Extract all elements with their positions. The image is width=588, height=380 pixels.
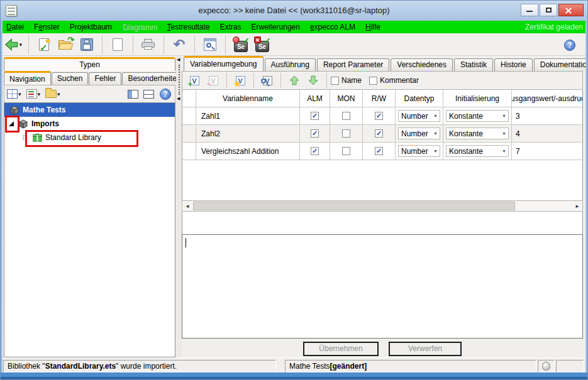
- new-document-icon[interactable]: [109, 36, 126, 53]
- rw-checkbox[interactable]: ✓: [375, 112, 383, 120]
- expanded-expander-icon[interactable]: [6, 121, 17, 127]
- remove-variable-icon[interactable]: V−: [206, 73, 221, 87]
- tree-item-imports[interactable]: Imports: [4, 117, 175, 131]
- column-header-datentyp[interactable]: Datentyp: [396, 90, 443, 107]
- open-folder-icon[interactable]: ↷: [57, 36, 74, 53]
- tab-dokumentation[interactable]: Dokumentation: [534, 58, 588, 71]
- verify-document-icon[interactable]: ✓★: [35, 36, 53, 53]
- column-header-alm[interactable]: ALM: [300, 90, 330, 107]
- verwerfen-button[interactable]: Verwerfen: [389, 342, 462, 356]
- tab-verschiedenes[interactable]: Verschiedenes: [391, 58, 453, 71]
- initialisierung-dropdown[interactable]: Konstante▼: [446, 110, 509, 122]
- maximize-button[interactable]: [540, 4, 557, 16]
- tree-item-mathe-tests[interactable]: Mathe Tests: [4, 103, 175, 117]
- wert-cell[interactable]: 7: [512, 143, 582, 160]
- find-variable-icon[interactable]: V: [260, 73, 275, 87]
- selenium-record-icon[interactable]: Se✓: [232, 36, 250, 53]
- collapsed-expander-icon[interactable]: [19, 134, 31, 141]
- new-list-item-icon[interactable]: ▾: [26, 89, 41, 99]
- filter-kommentar[interactable]: Kommentar: [369, 76, 419, 85]
- undo-icon[interactable]: ↶: [170, 36, 188, 53]
- column-header-variablenname[interactable]: Variablenname: [196, 90, 300, 107]
- table-row-zahl2[interactable]: Zahl2✓✓Number▼Konstante▼4: [182, 125, 582, 143]
- layout-single-icon[interactable]: [128, 90, 138, 99]
- menu-item-testresultate[interactable]: Testresultate: [162, 21, 214, 33]
- tab-variablenumgebung[interactable]: Variablenumgebung: [184, 56, 263, 71]
- alm-checkbox[interactable]: ✓: [311, 147, 319, 155]
- menu-item-fenster[interactable]: Fenster: [29, 21, 65, 33]
- column-header-initialisierung[interactable]: Initialisierung: [443, 90, 512, 107]
- rw-checkbox[interactable]: ✓: [375, 129, 383, 138]
- column-header-ausgangswert-ausdruck[interactable]: Ausgangswert/-ausdruck: [512, 90, 582, 107]
- minimize-button[interactable]: [521, 4, 538, 16]
- wert-cell[interactable]: 3: [512, 107, 582, 124]
- tab-ausf-hrung[interactable]: Ausführung: [265, 58, 316, 71]
- menu-item-extras[interactable]: Extras: [215, 21, 247, 33]
- tab-navigation[interactable]: Navigation: [4, 71, 51, 85]
- help-icon[interactable]: ?: [160, 89, 171, 100]
- tab-typen[interactable]: Typen: [4, 57, 175, 71]
- datentyp-dropdown[interactable]: Number▼: [398, 145, 440, 157]
- tree-toolbar: ▾ ▾ ▾ ?: [4, 85, 175, 102]
- initialisierung-dropdown[interactable]: Konstante▼: [446, 128, 509, 139]
- menu-item-expecco-alm[interactable]: expecco ALM: [305, 21, 360, 33]
- column-header-mon[interactable]: MON: [330, 90, 363, 107]
- tab-suchen[interactable]: Suchen: [52, 72, 89, 85]
- new-folder-icon[interactable]: ▾: [45, 90, 60, 98]
- checkbox-icon[interactable]: [369, 77, 377, 85]
- back-icon[interactable]: ▾: [4, 36, 22, 53]
- variable-name-cell[interactable]: Vergleichszahl Addition: [196, 143, 300, 160]
- variable-name-cell[interactable]: Zahl2: [196, 125, 300, 142]
- move-down-icon[interactable]: [306, 73, 321, 87]
- filter-name[interactable]: Name: [331, 76, 362, 85]
- panel-splitter[interactable]: ◀ ◀: [176, 56, 182, 357]
- table-row-vergleichszahl-addition[interactable]: Vergleichszahl Addition✓✓Number▼Konstant…: [182, 143, 582, 160]
- table-row-zahl1[interactable]: Zahl1✓✓Number▼Konstante▼3: [182, 107, 582, 125]
- menu-item-hilfe[interactable]: Hilfe: [360, 21, 386, 33]
- wert-cell[interactable]: 4: [512, 125, 582, 142]
- tab-statistik[interactable]: Statistik: [454, 58, 493, 71]
- rw-checkbox[interactable]: ✓: [375, 147, 383, 155]
- column-header-r-w[interactable]: R/W: [363, 90, 396, 107]
- layout-split-icon[interactable]: [143, 90, 154, 99]
- horizontal-scrollbar[interactable]: ◄ ►: [182, 200, 583, 212]
- scroll-left-icon[interactable]: ◄: [182, 201, 192, 211]
- checkbox-icon[interactable]: [331, 77, 339, 85]
- help-icon[interactable]: ?: [561, 36, 579, 54]
- move-up-icon[interactable]: [287, 73, 302, 87]
- window-settings-icon[interactable]: [201, 36, 219, 53]
- new-variable-star-icon[interactable]: V★: [233, 73, 248, 87]
- project-cube-icon: [17, 119, 30, 129]
- bernehmen-button[interactable]: Übernehmen: [303, 342, 379, 356]
- datentyp-cell: Number▼: [396, 107, 443, 124]
- text-caret: [186, 238, 186, 247]
- scroll-right-icon[interactable]: ►: [572, 201, 582, 211]
- menu-item-datei[interactable]: Datei: [1, 21, 29, 33]
- tab-report-parameter[interactable]: Report Parameter: [317, 58, 389, 71]
- menu-item-diagramm[interactable]: Diagramm: [117, 21, 162, 33]
- mon-checkbox[interactable]: [342, 112, 350, 120]
- new-item-grid-icon[interactable]: ▾: [7, 89, 21, 99]
- row-header-cell: [182, 143, 196, 160]
- variable-name-cell[interactable]: Zahl1: [196, 107, 300, 124]
- datentyp-dropdown[interactable]: Number▼: [398, 110, 440, 122]
- mon-checkbox[interactable]: [342, 147, 350, 155]
- comment-input[interactable]: [182, 234, 583, 339]
- back-dropdown-icon[interactable]: ▾: [19, 41, 22, 48]
- alm-checkbox[interactable]: ✓: [311, 129, 319, 138]
- datentyp-dropdown[interactable]: Number▼: [398, 128, 440, 139]
- print-icon[interactable]: [140, 36, 157, 53]
- scrollbar-thumb[interactable]: [193, 202, 515, 210]
- tab-historie[interactable]: Historie: [494, 58, 533, 71]
- menu-item-projektbaum[interactable]: Projektbaum: [65, 21, 117, 33]
- add-variable-icon[interactable]: V+: [187, 73, 202, 87]
- close-button[interactable]: [558, 4, 584, 16]
- initialisierung-dropdown[interactable]: Konstante▼: [446, 145, 509, 157]
- menu-item-erweiterungen[interactable]: Erweiterungen: [247, 21, 305, 33]
- save-icon[interactable]: [78, 36, 96, 53]
- mon-checkbox[interactable]: [342, 129, 350, 138]
- alm-checkbox[interactable]: ✓: [311, 112, 319, 120]
- tree-item-standard-library[interactable]: Standard Library: [4, 131, 175, 144]
- selenium-stop-icon[interactable]: Se✕✓: [253, 36, 271, 53]
- tab-fehler[interactable]: Fehler: [89, 72, 121, 85]
